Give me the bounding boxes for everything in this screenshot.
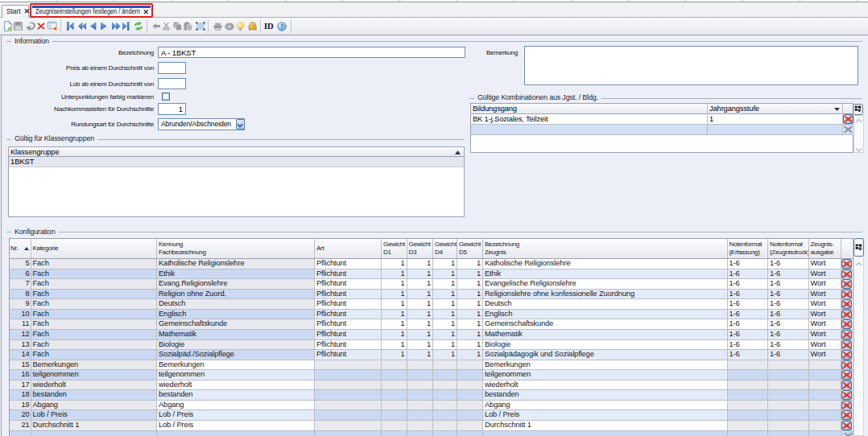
svg-text:?: ? <box>280 23 283 31</box>
